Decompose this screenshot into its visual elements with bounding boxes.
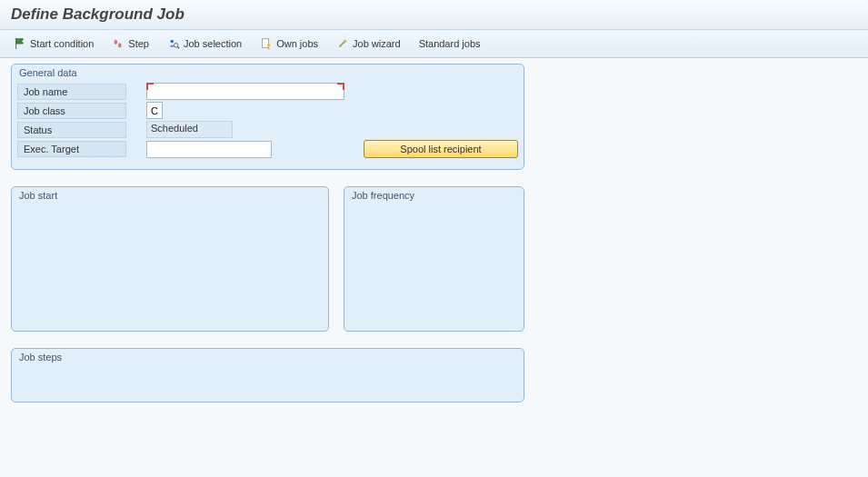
group-legend: Job steps bbox=[12, 349, 524, 365]
exec-target-input[interactable] bbox=[146, 141, 272, 158]
job-steps-group: Job steps bbox=[11, 348, 524, 402]
row-exec-target: Exec. Target Spool list recipient bbox=[17, 140, 518, 158]
label-status: Status bbox=[17, 122, 126, 138]
toolbar-label: Start condition bbox=[30, 38, 94, 49]
required-marker bbox=[146, 83, 344, 100]
toolbar-label: Step bbox=[128, 38, 149, 49]
job-steps-body bbox=[12, 365, 524, 391]
flag-icon bbox=[14, 37, 26, 50]
general-data-group: General data Job name Job class Status S… bbox=[11, 64, 524, 170]
wand-icon bbox=[336, 37, 349, 50]
page-header: Define Background Job bbox=[0, 0, 868, 30]
svg-point-6 bbox=[267, 44, 271, 47]
toolbar-label: Job selection bbox=[184, 38, 242, 49]
label-job-class: Job class bbox=[17, 103, 126, 119]
start-condition-button[interactable]: Start condition bbox=[11, 35, 96, 52]
row-start-frequency: Job start Job frequency bbox=[11, 186, 857, 348]
job-start-body bbox=[12, 204, 328, 322]
job-selection-button[interactable]: Job selection bbox=[165, 35, 244, 52]
general-body: Job name Job class Status Scheduled Exec… bbox=[12, 81, 524, 169]
document-person-icon bbox=[260, 37, 273, 50]
svg-point-3 bbox=[174, 44, 177, 47]
job-name-input[interactable] bbox=[146, 83, 344, 100]
status-value: Scheduled bbox=[146, 121, 233, 138]
job-wizard-button[interactable]: Job wizard bbox=[334, 35, 404, 52]
label-exec-target: Exec. Target bbox=[17, 141, 126, 157]
job-class-input[interactable] bbox=[146, 102, 163, 119]
job-frequency-body bbox=[344, 204, 524, 322]
content-area: General data Job name Job class Status S… bbox=[0, 58, 868, 424]
row-job-class: Job class bbox=[17, 102, 518, 119]
group-legend: Job frequency bbox=[344, 187, 524, 204]
toolbar-label: Own jobs bbox=[276, 38, 318, 49]
standard-jobs-button[interactable]: Standard jobs bbox=[416, 36, 484, 51]
group-legend: Job start bbox=[12, 187, 328, 204]
step-button[interactable]: Step bbox=[109, 35, 152, 52]
spool-list-recipient-button[interactable]: Spool list recipient bbox=[364, 140, 518, 158]
svg-point-0 bbox=[115, 40, 118, 45]
job-start-group: Job start bbox=[11, 186, 329, 332]
toolbar-label: Standard jobs bbox=[419, 38, 481, 49]
svg-point-1 bbox=[118, 43, 122, 47]
own-jobs-button[interactable]: Own jobs bbox=[257, 35, 321, 52]
svg-point-2 bbox=[170, 40, 174, 44]
toolbar: Start condition Step Job selection Own j… bbox=[0, 30, 868, 58]
person-search-icon bbox=[167, 37, 180, 50]
group-legend: General data bbox=[12, 65, 524, 81]
page-title: Define Background Job bbox=[11, 5, 857, 24]
svg-line-4 bbox=[177, 47, 179, 49]
footsteps-icon bbox=[112, 37, 125, 50]
toolbar-label: Job wizard bbox=[353, 38, 401, 49]
row-status: Status Scheduled bbox=[17, 121, 518, 138]
job-frequency-group: Job frequency bbox=[344, 186, 524, 332]
label-job-name: Job name bbox=[17, 84, 126, 100]
row-job-name: Job name bbox=[17, 83, 518, 100]
